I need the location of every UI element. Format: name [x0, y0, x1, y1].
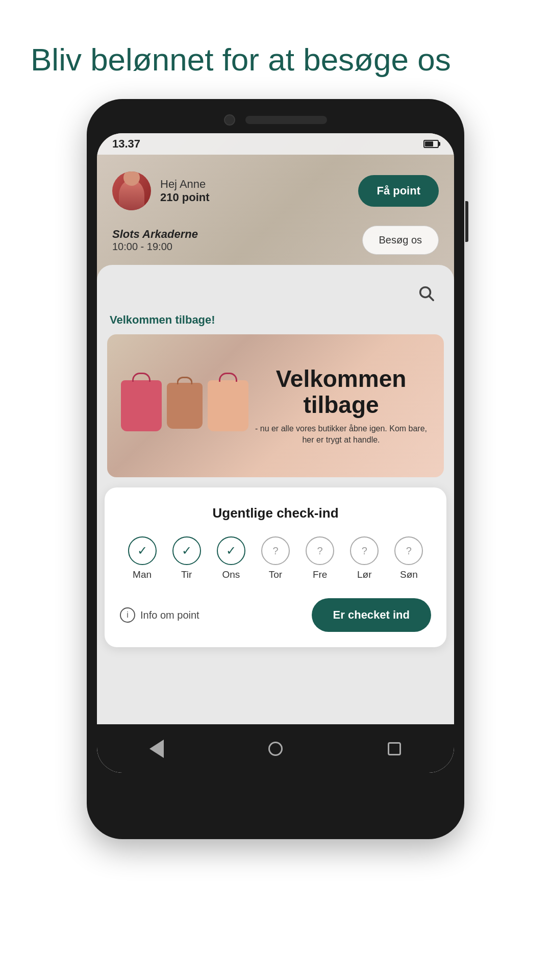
search-row: [97, 275, 454, 311]
besoeg-button[interactable]: Besøg os: [362, 226, 439, 255]
check-icon-tir: ✓: [182, 544, 192, 558]
battery-icon: [423, 140, 439, 148]
day-item-tir: ✓ Tir: [172, 536, 201, 580]
phone-frame: 13.37 Hej Anne 210 point: [87, 99, 464, 839]
popup-actions: i Info om point Er checket ind: [120, 598, 431, 632]
check-icon-man: ✓: [137, 544, 147, 558]
check-icon-ons: ✓: [226, 544, 236, 558]
phone-screen: 13.37 Hej Anne 210 point: [97, 133, 454, 773]
nav-back-button[interactable]: [142, 734, 170, 763]
popup-title: Ugentlige check-ind: [120, 505, 431, 521]
store-name: Slots Arkaderne: [112, 228, 198, 241]
bag-1: [121, 380, 162, 431]
day-label-ons: Ons: [222, 569, 240, 580]
question-icon-tor: ?: [272, 545, 278, 557]
store-details: Slots Arkaderne 10:00 - 19:00: [112, 228, 198, 253]
day-label-tor: Tor: [269, 569, 282, 580]
banner-text: Velkommen tilbage - nu er alle vores but…: [248, 334, 434, 477]
user-greeting: Hej Anne: [160, 178, 210, 191]
day-circle-tor: ?: [261, 536, 290, 565]
day-circle-fre: ?: [306, 536, 334, 565]
day-label-fre: Fre: [313, 569, 328, 580]
phone-camera: [224, 114, 235, 126]
phone-bottom-nav: [97, 724, 454, 773]
day-item-lor: ? Lør: [350, 536, 379, 580]
avatar-figure: [119, 180, 144, 210]
banner-bags: [117, 334, 252, 477]
nav-home-button[interactable]: [261, 734, 289, 763]
avatar-head: [123, 172, 140, 186]
avatar: [112, 172, 151, 210]
info-icon: i: [120, 607, 135, 623]
bag-2: [167, 383, 203, 429]
question-icon-lor: ?: [362, 545, 367, 557]
welcome-text: Velkommen tilbage!: [97, 311, 454, 334]
header-section: Hej Anne 210 point Få point: [97, 161, 454, 220]
day-item-man: ✓ Man: [128, 536, 157, 580]
bag-3: [208, 380, 248, 431]
fa-point-button[interactable]: Få point: [358, 175, 439, 207]
day-circle-man: ✓: [128, 536, 157, 565]
user-info: Hej Anne 210 point: [112, 172, 210, 210]
days-row: ✓ Man ✓ Tir: [120, 536, 431, 580]
phone-side-button: [465, 201, 468, 242]
status-time: 13.37: [112, 137, 140, 151]
user-text: Hej Anne 210 point: [160, 178, 210, 204]
recents-icon: [388, 742, 401, 755]
question-icon-fre: ?: [317, 545, 323, 557]
battery-fill: [425, 141, 433, 146]
day-circle-son: ?: [394, 536, 423, 565]
app-content: Hej Anne 210 point Få point Slots Arkade…: [97, 133, 454, 724]
svg-line-1: [429, 297, 433, 301]
phone-top-bar: [97, 109, 454, 133]
page-heading-section: Bliv belønnet for at besøge os: [0, 0, 551, 99]
phone-speaker: [245, 116, 327, 124]
info-label: Info om point: [140, 609, 199, 621]
day-circle-tir: ✓: [172, 536, 201, 565]
search-button[interactable]: [413, 280, 439, 306]
check-in-popup: Ugentlige check-ind ✓ Man: [105, 487, 446, 647]
banner-title: Velkommen tilbage: [248, 366, 434, 418]
store-info-section: Slots Arkaderne 10:00 - 19:00 Besøg os: [97, 220, 454, 265]
banner-image: Velkommen tilbage - nu er alle vores but…: [107, 334, 444, 477]
banner-subtitle: - nu er alle vores butikker åbne igen. K…: [248, 423, 434, 446]
checked-in-button[interactable]: Er checket ind: [312, 598, 431, 632]
home-icon: [268, 742, 283, 756]
page-title: Bliv belønnet for at besøge os: [31, 41, 520, 79]
day-label-lor: Lør: [357, 569, 372, 580]
day-circle-lor: ?: [350, 536, 379, 565]
status-bar: 13.37: [97, 133, 454, 155]
day-label-son: Søn: [400, 569, 418, 580]
main-card: Velkommen tilbage! Velkommen tilbage - n…: [97, 265, 454, 724]
day-item-tor: ? Tor: [261, 536, 290, 580]
info-link[interactable]: i Info om point: [120, 607, 199, 623]
day-label-tir: Tir: [181, 569, 192, 580]
question-icon-son: ?: [406, 545, 412, 557]
store-hours: 10:00 - 19:00: [112, 241, 198, 253]
day-item-son: ? Søn: [394, 536, 423, 580]
day-circle-ons: ✓: [217, 536, 245, 565]
day-item-ons: ✓ Ons: [217, 536, 245, 580]
user-points: 210 point: [160, 191, 210, 204]
back-icon: [149, 740, 164, 758]
day-label-man: Man: [133, 569, 152, 580]
nav-recents-button[interactable]: [381, 734, 409, 763]
day-item-fre: ? Fre: [306, 536, 334, 580]
